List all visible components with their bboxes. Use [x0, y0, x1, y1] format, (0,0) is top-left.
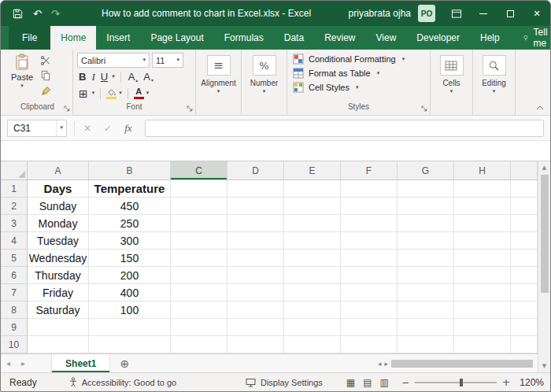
cell-H1[interactable] — [454, 180, 511, 198]
cell-C2[interactable] — [171, 198, 227, 215]
row-header-4[interactable]: 4 — [1, 232, 28, 250]
bold-button[interactable]: B — [77, 71, 87, 83]
cell-B6[interactable]: 200 — [89, 267, 171, 284]
cell-B3[interactable]: 250 — [89, 215, 171, 232]
tab-page-layout[interactable]: Page Layout — [140, 26, 213, 50]
font-dialog-launcher[interactable] — [187, 105, 193, 112]
underline-button[interactable]: U — [99, 71, 109, 83]
vertical-scrollbar[interactable]: ▲ ▼ — [538, 161, 550, 372]
cell-C8[interactable] — [171, 301, 227, 319]
cell-E6[interactable] — [284, 267, 341, 284]
row-header-7[interactable]: 7 — [1, 284, 28, 301]
copy-button[interactable] — [40, 69, 61, 82]
cell-H2[interactable] — [454, 198, 511, 215]
tab-formulas[interactable]: Formulas — [214, 26, 274, 50]
cell-A2[interactable]: Sunday — [28, 198, 89, 215]
cell-B4[interactable]: 300 — [89, 232, 171, 250]
editing-button[interactable] — [483, 55, 506, 76]
cell-E1[interactable] — [284, 180, 341, 198]
fill-color-caret-icon[interactable]: ▾ — [119, 91, 122, 96]
cell-G6[interactable] — [398, 267, 454, 284]
italic-button[interactable]: I — [90, 71, 96, 83]
tab-home[interactable]: Home — [50, 26, 96, 50]
cell-H4[interactable] — [454, 232, 511, 250]
zoom-level[interactable]: 120% — [516, 377, 544, 388]
sheet-nav-left-icon[interactable]: ◂ — [1, 359, 16, 368]
accessibility-checker[interactable]: Accessibility: Good to go — [68, 377, 176, 387]
format-painter-button[interactable] — [40, 84, 61, 97]
font-color-button[interactable]: A — [134, 87, 144, 99]
tab-file[interactable]: File — [9, 26, 50, 50]
row-header-10[interactable]: 10 — [1, 336, 28, 353]
alignment-caret-icon[interactable]: ▾ — [217, 89, 220, 94]
sheet-nav-right-icon[interactable]: ▸ — [16, 359, 31, 368]
cell-D6[interactable] — [227, 267, 284, 284]
cell-A1[interactable]: Days — [28, 180, 89, 198]
number-caret-icon[interactable]: ▾ — [263, 89, 266, 94]
column-header-B[interactable]: B — [89, 161, 171, 180]
cell-C9[interactable] — [171, 319, 227, 336]
cell-C4[interactable] — [171, 232, 227, 250]
tab-view[interactable]: View — [366, 26, 407, 50]
column-header-H[interactable]: H — [454, 161, 511, 180]
cell-D2[interactable] — [227, 198, 284, 215]
column-header-G[interactable]: G — [398, 161, 454, 180]
cell-G5[interactable] — [398, 250, 454, 267]
cell-H8[interactable] — [454, 301, 511, 319]
editing-caret-icon[interactable]: ▾ — [493, 89, 496, 94]
cell-E10[interactable] — [284, 336, 341, 353]
cell-F7[interactable] — [341, 284, 398, 301]
font-size-select[interactable]: 11 ▾ — [152, 53, 183, 68]
cell-C10[interactable] — [171, 336, 227, 353]
tab-help[interactable]: Help — [470, 26, 510, 50]
column-header-D[interactable]: D — [227, 161, 284, 180]
tab-insert[interactable]: Insert — [96, 26, 140, 50]
cell-G4[interactable] — [398, 232, 454, 250]
cell-F9[interactable] — [341, 319, 398, 336]
zoom-slider[interactable] — [415, 382, 497, 383]
name-box[interactable]: C31 ▾ — [7, 120, 67, 137]
cell-A9[interactable] — [28, 319, 89, 336]
cell-C3[interactable] — [171, 215, 227, 232]
conditional-formatting-button[interactable]: Conditional Formatting ▾ — [291, 52, 426, 66]
column-header-F[interactable]: F — [341, 161, 398, 180]
cell-G9[interactable] — [398, 319, 454, 336]
scroll-left-icon[interactable]: ◂ — [378, 360, 382, 368]
cell-D5[interactable] — [227, 250, 284, 267]
formula-input[interactable] — [145, 120, 544, 137]
cell-B10[interactable] — [89, 336, 171, 353]
row-header-3[interactable]: 3 — [1, 215, 28, 232]
vertical-scroll-thumb[interactable] — [541, 175, 549, 293]
row-header-6[interactable]: 6 — [1, 267, 28, 284]
cell-H5[interactable] — [454, 250, 511, 267]
paste-button[interactable]: Paste ▾ — [6, 52, 38, 97]
row-header-8[interactable]: 8 — [1, 301, 28, 319]
cell-styles-button[interactable]: Cell Styles ▾ — [291, 80, 426, 94]
ribbon-display-options-button[interactable] — [443, 1, 470, 26]
avatar[interactable]: PO — [418, 5, 435, 22]
cell-B2[interactable]: 450 — [89, 198, 171, 215]
cell-F3[interactable] — [341, 215, 398, 232]
row-header-5[interactable]: 5 — [1, 250, 28, 267]
cell-A8[interactable]: Saturday — [28, 301, 89, 319]
cell-G1[interactable] — [398, 180, 454, 198]
cell-C7[interactable] — [171, 284, 227, 301]
clipboard-dialog-launcher[interactable] — [64, 105, 70, 112]
cell-D10[interactable] — [227, 336, 284, 353]
cell-G8[interactable] — [398, 301, 454, 319]
cell-H9[interactable] — [454, 319, 511, 336]
cell-H10[interactable] — [454, 336, 511, 353]
zoom-slider-thumb[interactable] — [460, 379, 463, 386]
maximize-button[interactable] — [497, 1, 523, 26]
cell-F4[interactable] — [341, 232, 398, 250]
cell-G10[interactable] — [398, 336, 454, 353]
borders-caret-icon[interactable]: ▾ — [92, 91, 95, 96]
tab-data[interactable]: Data — [274, 26, 314, 50]
cell-F6[interactable] — [341, 267, 398, 284]
redo-icon[interactable]: ↷ — [51, 9, 60, 19]
cell-H6[interactable] — [454, 267, 511, 284]
cell-A10[interactable] — [28, 336, 89, 353]
horizontal-scrollbar[interactable]: ◂ ▸ — [378, 360, 538, 368]
styles-dialog-launcher[interactable] — [421, 105, 427, 112]
column-header-C[interactable]: C — [171, 161, 227, 180]
